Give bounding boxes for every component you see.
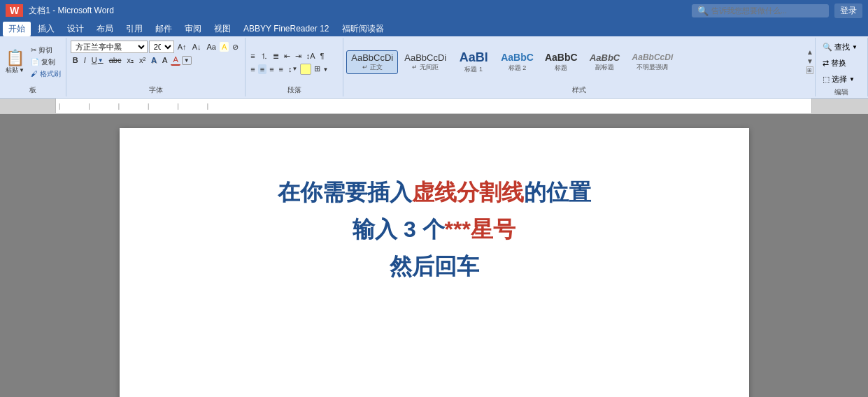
- style-title[interactable]: AaBbC 标题: [540, 50, 583, 75]
- text-effect-button[interactable]: A: [149, 55, 159, 65]
- paragraph-row-2: ≡ ≡ ≡ ≡ ↕ ▼ ⊞ ▼: [248, 64, 340, 75]
- subscript-button[interactable]: x₂: [124, 55, 136, 66]
- clipboard-group-label: 板: [3, 84, 63, 95]
- ruler: | | | | | |: [0, 99, 868, 114]
- align-right-button[interactable]: ≡: [267, 64, 276, 74]
- select-label: 选择: [832, 74, 847, 85]
- menu-start[interactable]: 开始: [3, 22, 31, 36]
- style-subtle-emphasis[interactable]: AaBbCcDi 不明显强调: [627, 50, 678, 73]
- bold-button[interactable]: B: [71, 55, 80, 65]
- font-group-label: 字体: [71, 84, 241, 95]
- replace-label: 替换: [831, 58, 846, 68]
- menu-abbyy[interactable]: ABBYY FineReader 12: [238, 22, 335, 35]
- search-input[interactable]: [711, 6, 823, 15]
- cut-button[interactable]: ✂ 剪切: [29, 45, 63, 56]
- decrease-font-size-button[interactable]: A↓: [190, 42, 204, 52]
- menu-insert[interactable]: 插入: [32, 22, 60, 36]
- ruler-left-margin: [0, 99, 56, 113]
- font-group: 方正兰亭中黑 20 A↑ A↓ Aa A ⊘ B I U: [66, 38, 246, 96]
- style-heading2[interactable]: AaBbC 标题 2: [496, 50, 539, 75]
- superscript-button[interactable]: x²: [137, 55, 148, 65]
- increase-font-size-button[interactable]: A↑: [176, 42, 189, 52]
- document-area: 在你需要插入虚线分割线的位置 输入 3 个***星号 然后回车: [0, 114, 868, 397]
- menu-design[interactable]: 设计: [62, 22, 90, 36]
- style-heading1-preview: AaBl: [460, 50, 488, 66]
- style-title-preview: AaBbC: [545, 52, 578, 64]
- align-left-button[interactable]: ≡: [248, 64, 257, 74]
- style-normal[interactable]: AaBbCcDi ↵ 正文: [346, 50, 398, 75]
- menu-review[interactable]: 审阅: [179, 22, 207, 36]
- replace-button[interactable]: ⇄ 替换: [820, 57, 863, 70]
- italic-button[interactable]: I: [82, 55, 88, 65]
- style-subtle-emphasis-preview: AaBbCcDi: [632, 52, 674, 62]
- menu-references[interactable]: 引用: [120, 22, 148, 36]
- doc-line3: 然后回车: [390, 251, 479, 282]
- font-settings-expand[interactable]: ▼: [182, 56, 192, 65]
- doc-line2-red: ***星号: [445, 217, 515, 242]
- format-painter-button[interactable]: 🖌 格式刷: [29, 68, 63, 80]
- doc-line2-prefix: 输入 3 个: [353, 217, 445, 242]
- decrease-indent-button[interactable]: ⇤: [282, 51, 292, 62]
- style-subtitle-label: 副标题: [595, 63, 614, 72]
- sort-button[interactable]: ↕A: [304, 51, 318, 61]
- paragraph-row-1: ≡ ⒈ ≣ ⇤ ⇥ ↕A ¶: [248, 50, 340, 62]
- menu-view[interactable]: 视图: [208, 22, 236, 36]
- text-highlight-button[interactable]: A: [160, 55, 169, 65]
- paragraph-group: ≡ ⒈ ≣ ⇤ ⇥ ↕A ¶ ≡ ≡ ≡ ≡ ↕ ▼: [246, 38, 343, 96]
- edit-group: 🔍 查找 ▼ ⇄ 替换 ⬚ 选择 ▼ 编辑: [816, 38, 868, 96]
- change-case-button[interactable]: Aa: [204, 42, 218, 52]
- find-dropdown-icon: ▼: [852, 44, 858, 50]
- login-button[interactable]: 登录: [834, 3, 862, 18]
- find-button[interactable]: 🔍 查找 ▼: [820, 41, 863, 54]
- ribbon: 📋 粘贴 ▼ ✂ 剪切 📄 复制 🖌 格式刷 板 方正兰亭中: [0, 36, 868, 99]
- search-bar[interactable]: 🔍: [692, 4, 829, 17]
- style-normal-preview: AaBbCcDi: [351, 52, 393, 64]
- paste-icon: 📋: [6, 50, 24, 66]
- shading-button[interactable]: [300, 64, 311, 75]
- scroll-down-arrow[interactable]: ▼: [806, 57, 813, 65]
- font-row-2: B I U ▼ abc x₂ x² A A A ▼: [71, 55, 241, 66]
- multilevel-list-button[interactable]: ≣: [271, 51, 281, 62]
- search-icon: 🔍: [697, 6, 709, 16]
- select-dropdown-icon: ▼: [849, 76, 855, 82]
- justify-button[interactable]: ≡: [277, 64, 285, 74]
- clipboard-group: 📋 粘贴 ▼ ✂ 剪切 📄 复制 🖌 格式刷 板: [0, 38, 66, 96]
- style-no-spacing[interactable]: AaBbCcDi ↵ 无间距: [399, 50, 451, 75]
- doc-line2: 输入 3 个***星号: [353, 214, 515, 245]
- font-color-highlight-button[interactable]: A: [220, 42, 229, 52]
- style-subtitle[interactable]: AaBbC 副标题: [584, 50, 626, 75]
- increase-indent-button[interactable]: ⇥: [293, 51, 304, 62]
- clear-format-button[interactable]: ⊘: [230, 42, 241, 52]
- style-heading2-label: 标题 2: [508, 64, 527, 73]
- menu-layout[interactable]: 布局: [91, 22, 119, 36]
- find-label: 查找: [834, 42, 850, 52]
- numbering-button[interactable]: ⒈: [258, 50, 270, 62]
- underline-button[interactable]: U ▼: [90, 55, 106, 65]
- paste-button[interactable]: 📋 粘贴 ▼: [3, 49, 27, 76]
- show-marks-button[interactable]: ¶: [318, 51, 327, 61]
- style-no-spacing-preview: AaBbCcDi: [404, 52, 446, 64]
- line-spacing-button[interactable]: ↕ ▼: [286, 64, 299, 74]
- styles-group-label: 样式: [343, 84, 815, 96]
- clipboard-small-buttons: ✂ 剪切 📄 复制 🖌 格式刷: [29, 45, 63, 80]
- document-page[interactable]: 在你需要插入虚线分割线的位置 输入 3 个***星号 然后回车: [120, 128, 749, 397]
- styles-scroll: AaBbCcDi ↵ 正文 AaBbCcDi ↵ 无间距 AaBl 标题 1: [343, 38, 815, 84]
- font-color-button[interactable]: A: [171, 55, 180, 66]
- ruler-right-margin: [812, 99, 868, 113]
- font-family-select[interactable]: 方正兰亭中黑: [71, 41, 148, 53]
- bullets-button[interactable]: ≡: [248, 51, 257, 61]
- borders-button[interactable]: ⊞ ▼: [312, 64, 330, 74]
- copy-button[interactable]: 📄 复制: [29, 57, 63, 68]
- find-icon: 🔍: [823, 43, 832, 52]
- style-heading1[interactable]: AaBl 标题 1: [453, 48, 495, 77]
- edit-group-label: 编辑: [820, 86, 863, 97]
- expand-styles-arrow[interactable]: ⊞: [806, 66, 813, 74]
- strikethrough-button[interactable]: abc: [107, 55, 124, 65]
- align-center-button[interactable]: ≡: [258, 64, 266, 74]
- scroll-up-arrow[interactable]: ▲: [806, 48, 813, 56]
- menu-foxit[interactable]: 福昕阅读器: [336, 22, 390, 36]
- font-size-select[interactable]: 20: [149, 41, 174, 53]
- select-button[interactable]: ⬚ 选择 ▼: [820, 73, 863, 86]
- menu-mail[interactable]: 邮件: [150, 22, 178, 36]
- font-row-1: 方正兰亭中黑 20 A↑ A↓ Aa A ⊘: [71, 41, 241, 53]
